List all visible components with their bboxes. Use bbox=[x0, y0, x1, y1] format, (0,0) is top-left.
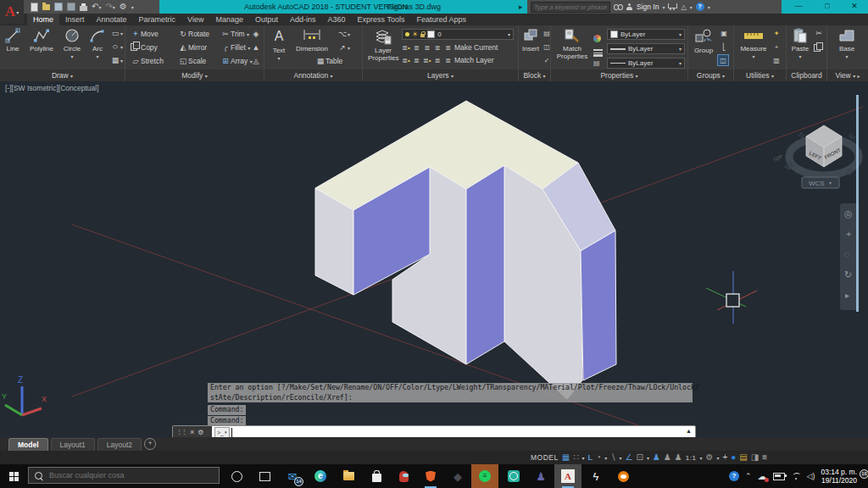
group-button[interactable]: Group bbox=[690, 27, 717, 54]
save-as-icon[interactable] bbox=[67, 3, 75, 11]
panel-label-properties[interactable]: Properties ▾ bbox=[551, 69, 687, 81]
base-button[interactable]: Base▾ bbox=[834, 27, 860, 61]
polar-dropdown-icon[interactable]: ▾ bbox=[604, 455, 607, 461]
ortho-toggle-icon[interactable]: L bbox=[588, 453, 593, 462]
customize-wrench-icon[interactable]: ⚙ bbox=[198, 429, 203, 436]
copy-button[interactable]: Copy bbox=[131, 42, 158, 53]
graphics-performance-icon[interactable]: ▤ bbox=[739, 453, 747, 462]
sign-in-button[interactable]: Sign In bbox=[637, 3, 659, 11]
polar-tracking-icon[interactable]: ◔ bbox=[596, 453, 601, 462]
taskbar-app-bolt[interactable]: ϟ bbox=[582, 464, 609, 488]
taskbar-app-blender[interactable] bbox=[609, 464, 637, 488]
sign-in-dropdown-icon[interactable]: ▾ bbox=[662, 4, 665, 10]
tab-model[interactable]: Model bbox=[8, 438, 48, 451]
layer-lock-button[interactable]: ≣ bbox=[433, 42, 442, 54]
undo-icon[interactable]: ↶▾ bbox=[92, 3, 101, 12]
workspace-dropdown-icon[interactable]: ▾ bbox=[716, 455, 719, 461]
layer-thaw-button[interactable]: ≣• bbox=[423, 55, 431, 67]
osnap-dropdown-icon[interactable]: ▾ bbox=[647, 455, 649, 461]
tab-annotate[interactable]: Annotate bbox=[91, 14, 133, 25]
clock[interactable]: 03:14 p. m. 19/11/2020 bbox=[821, 468, 857, 485]
panel-label-clipboard[interactable]: Clipboard bbox=[787, 69, 826, 81]
maximize-button[interactable]: □ bbox=[819, 2, 836, 10]
help-icon[interactable]: ? bbox=[696, 3, 704, 11]
object-snap-tracking-icon[interactable]: ∠ bbox=[626, 453, 633, 462]
array-button[interactable]: ⊞Array ▾ bbox=[220, 55, 253, 67]
layer-dropdown[interactable]: ☀ 0 ▾ bbox=[402, 29, 514, 40]
explode-button[interactable]: ▲ bbox=[251, 42, 261, 53]
circle-button[interactable]: Circle▾ bbox=[59, 27, 85, 61]
snap-toggle-icon[interactable]: ∷ bbox=[573, 453, 578, 462]
tab-layout1[interactable]: Layout1 bbox=[51, 438, 95, 451]
command-close-icon[interactable]: × bbox=[190, 428, 194, 436]
mirror-button[interactable]: ◭Mirror bbox=[178, 42, 207, 53]
hatch-button[interactable]: ▦▾ bbox=[110, 54, 123, 66]
erase-button[interactable]: ◈ bbox=[251, 28, 261, 40]
zoom-icon[interactable]: ◌ bbox=[844, 249, 850, 259]
rotate-button[interactable]: ↻Rotate bbox=[178, 28, 209, 40]
match-properties-button[interactable]: MatchProperties bbox=[554, 27, 590, 60]
wifi-icon[interactable] bbox=[791, 473, 801, 480]
dimension-button[interactable]: Dimension bbox=[292, 27, 332, 53]
redo-icon[interactable]: ↷▾ bbox=[105, 3, 114, 12]
onedrive-icon[interactable]: ☁ bbox=[758, 471, 767, 482]
tab-parametric[interactable]: Parametric bbox=[133, 14, 182, 25]
taskbar-app-file-explorer[interactable] bbox=[335, 464, 362, 488]
paste-button[interactable]: Paste▾ bbox=[788, 27, 812, 61]
tab-insert[interactable]: Insert bbox=[59, 14, 91, 25]
fillet-button[interactable]: ╭Fillet ▾ bbox=[220, 42, 250, 53]
command-line-bar[interactable]: ⋮⋮ × ⚙ >_▾ ▲ bbox=[172, 425, 696, 437]
object-snap-icon[interactable]: ⊡ bbox=[637, 453, 643, 462]
leader-button[interactable]: ⌥▾ bbox=[337, 28, 350, 40]
insert-button[interactable]: Insert bbox=[520, 27, 542, 53]
offset-button[interactable]: ◬ bbox=[251, 55, 261, 67]
scale-dropdown-icon[interactable]: ▾ bbox=[699, 455, 702, 461]
command-input-field[interactable]: >_▾ ▲ bbox=[212, 426, 695, 437]
layer-match-icon[interactable]: ≣ bbox=[444, 55, 453, 67]
open-icon[interactable] bbox=[42, 4, 50, 10]
group-edit-button[interactable]: ⎣ bbox=[719, 41, 729, 53]
search-icon[interactable] bbox=[614, 4, 623, 9]
keyword-search-input[interactable] bbox=[531, 2, 610, 13]
trim-button[interactable]: ✂Trim ▾ bbox=[220, 28, 249, 40]
start-button[interactable] bbox=[0, 464, 27, 488]
group-selection-toggle[interactable]: ◫ bbox=[717, 54, 729, 66]
taskbar-app-task-view[interactable] bbox=[251, 464, 278, 488]
quick-select-button[interactable]: ✦ bbox=[771, 27, 782, 39]
linetype-dropdown[interactable]: ByLayer▾ bbox=[607, 58, 685, 69]
make-current-button[interactable]: Make Current bbox=[454, 43, 498, 52]
clean-screen-icon[interactable]: ● bbox=[731, 453, 736, 462]
layer-off-button[interactable]: ≣• bbox=[402, 42, 410, 54]
tab-output[interactable]: Output bbox=[249, 14, 284, 25]
isodraft-dropdown-icon[interactable]: ▾ bbox=[620, 455, 622, 461]
rectangle-button[interactable]: ▭▾ bbox=[110, 27, 123, 39]
ellipse-button[interactable]: ○▾ bbox=[110, 41, 123, 53]
layer-isolate-button[interactable]: ≣ bbox=[412, 42, 420, 54]
panel-label-draw[interactable]: Draw ▾ bbox=[0, 69, 125, 81]
lineweight-dropdown[interactable]: ByLayer▾ bbox=[607, 43, 685, 54]
taskbar-app-edge[interactable]: e bbox=[307, 464, 334, 488]
qat-customize-icon[interactable]: ▾ bbox=[131, 4, 134, 10]
store-cart-icon[interactable] bbox=[668, 3, 677, 8]
taskbar-app-whatsapp[interactable] bbox=[500, 464, 527, 488]
taskbar-app-among-us[interactable] bbox=[390, 464, 417, 488]
line-button[interactable]: Line bbox=[2, 27, 24, 53]
layer-properties-button[interactable]: LayerProperties bbox=[368, 27, 398, 62]
layer-on-button[interactable]: ≣• bbox=[402, 55, 410, 67]
tab-view[interactable]: View bbox=[181, 14, 209, 25]
annotation-monitor-icon[interactable]: + bbox=[722, 453, 727, 462]
application-menu-button[interactable]: A▾ bbox=[0, 0, 24, 24]
close-button[interactable]: ✕ bbox=[846, 2, 863, 10]
a360-dropdown-icon[interactable]: ▾ bbox=[690, 4, 693, 10]
mleader-button[interactable]: ↗▾ bbox=[337, 42, 350, 53]
measure-button[interactable]: Measure▾ bbox=[737, 27, 770, 61]
taskbar-app-cortana[interactable] bbox=[223, 464, 250, 488]
annotation-scale-icon[interactable]: ♟ bbox=[675, 453, 682, 462]
annotation-visibility-icon[interactable]: ♟ bbox=[653, 453, 660, 462]
panel-label-modify[interactable]: Modify ▾ bbox=[125, 69, 264, 81]
quick-calc-button[interactable]: ▥ bbox=[771, 54, 782, 66]
pan-icon[interactable]: + bbox=[846, 229, 851, 239]
snap-dropdown-icon[interactable]: ▾ bbox=[582, 455, 585, 461]
tab-add-ins[interactable]: Add-ins bbox=[284, 14, 322, 25]
taskbar-search[interactable] bbox=[28, 467, 220, 484]
